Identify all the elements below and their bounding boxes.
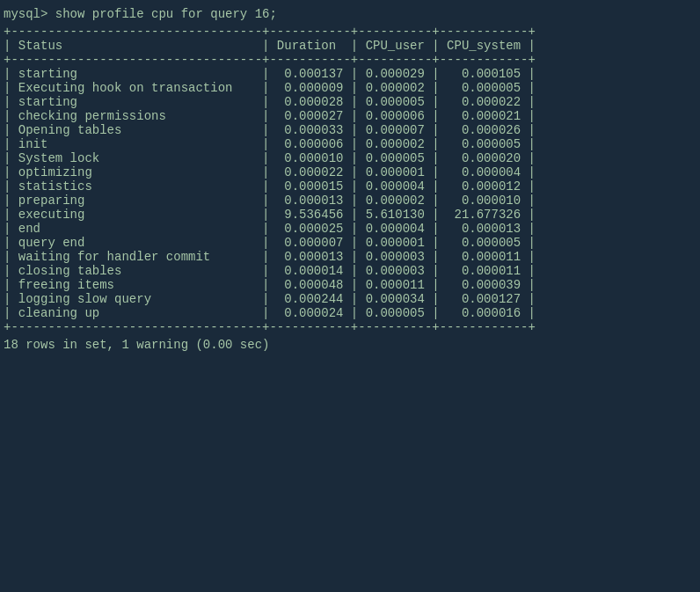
table-row: | Executing hook on transaction | 0.0000… <box>4 81 696 95</box>
separator-bottom: +----------------------------------+----… <box>4 320 696 334</box>
table-row: | freeing items | 0.000048 | 0.000011 | … <box>4 278 696 292</box>
separator-top: +----------------------------------+----… <box>4 25 696 39</box>
table-row: | System lock | 0.000010 | 0.000005 | 0.… <box>4 151 696 165</box>
table-row: | waiting for handler commit | 0.000013 … <box>4 250 696 264</box>
table-row: | init | 0.000006 | 0.000002 | 0.000005 … <box>4 137 696 151</box>
table-row: | optimizing | 0.000022 | 0.000001 | 0.0… <box>4 165 696 179</box>
table-body: | starting | 0.000137 | 0.000029 | 0.000… <box>4 67 696 320</box>
table-row: | end | 0.000025 | 0.000004 | 0.000013 | <box>4 222 696 236</box>
table-row: | checking permissions | 0.000027 | 0.00… <box>4 109 696 123</box>
table-row: | starting | 0.000137 | 0.000029 | 0.000… <box>4 67 696 81</box>
table-row: | closing tables | 0.000014 | 0.000003 |… <box>4 264 696 278</box>
terminal: mysql> show profile cpu for query 16; +-… <box>4 7 696 352</box>
footer-text: 18 rows in set, 1 warning (0.00 sec) <box>4 338 696 352</box>
table-row: | preparing | 0.000013 | 0.000002 | 0.00… <box>4 194 696 208</box>
table-row: | Opening tables | 0.000033 | 0.000007 |… <box>4 123 696 137</box>
table-row: | query end | 0.000007 | 0.000001 | 0.00… <box>4 236 696 250</box>
table-row: | starting | 0.000028 | 0.000005 | 0.000… <box>4 95 696 109</box>
table-row: | cleaning up | 0.000024 | 0.000005 | 0.… <box>4 306 696 320</box>
table-row: | logging slow query | 0.000244 | 0.0000… <box>4 292 696 306</box>
separator-header: +----------------------------------+----… <box>4 53 696 67</box>
table-header: | Status | Duration | CPU_user | CPU_sys… <box>4 39 696 53</box>
table-row: | executing | 9.536456 | 5.610130 | 21.6… <box>4 208 696 222</box>
table-row: | statistics | 0.000015 | 0.000004 | 0.0… <box>4 179 696 194</box>
command-line: mysql> show profile cpu for query 16; <box>4 7 696 21</box>
